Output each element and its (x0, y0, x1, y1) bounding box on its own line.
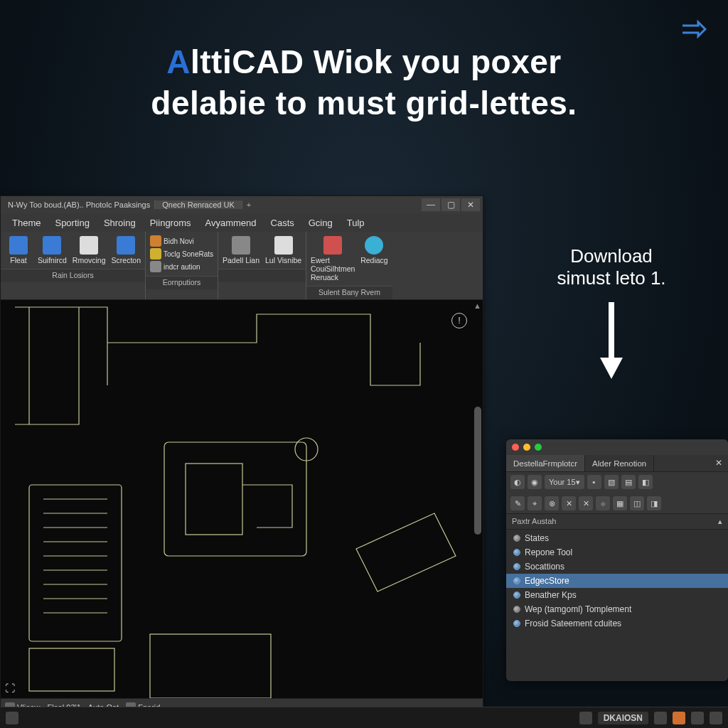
add-tab-button[interactable]: + (242, 200, 255, 209)
tab-alder[interactable]: Alder Renotion (585, 455, 654, 471)
ribbon-toclg[interactable]: Toclg SoneRats (147, 247, 216, 260)
list-item[interactable]: Frosid Sateement cduites (506, 616, 728, 631)
ribbon: Fleat Suifnircd Rmovcing Screcton Rain L… (1, 232, 483, 300)
next-arrow-icon[interactable] (681, 20, 707, 41)
panel-tabs: DestellaFrmplotcr Alder Renotion ✕ (506, 455, 728, 472)
taskbar-tray-b[interactable] (673, 712, 685, 724)
ribbon-rmovcing[interactable]: Rmovcing (70, 235, 109, 266)
taskbar-app-icon[interactable] (579, 712, 592, 724)
panel-window: DestellaFrmplotcr Alder Renotion ✕ ◐ ◉ Y… (506, 439, 728, 681)
vertical-scrollbar[interactable] (474, 407, 481, 535)
ribbon-ewert[interactable]: Ewert CouiSilhtmen Reruack (308, 235, 358, 283)
tool-globe-icon[interactable]: ◉ (528, 475, 542, 489)
headline: AlttiCAD Wiok you poxer delabie to must … (0, 43, 728, 122)
ribbon-group-label-1: Rain Losiors (1, 269, 145, 282)
ribbon-bidh-novi[interactable]: Bidh Novi (147, 235, 216, 247)
logo-text: lttiCAD (191, 43, 304, 80)
download-line2: simust leto 1. (540, 267, 682, 289)
tool-k[interactable]: ▦ (613, 496, 627, 510)
headline-line2: delabie to must grid-lettes. (0, 84, 728, 122)
panel-close-icon[interactable]: ✕ (710, 455, 728, 471)
toolbar-select[interactable]: Your 15 ▾ (545, 475, 584, 489)
taskbar-start-icon[interactable] (6, 712, 18, 724)
ribbon-fleat[interactable]: Fleat (2, 235, 35, 266)
maximize-button[interactable]: ▢ (441, 198, 460, 211)
download-callout: Download simust leto 1. (540, 245, 682, 385)
ribbon-indcr[interactable]: indcr aution (147, 260, 216, 273)
cad-window: N-Wy Too boud.(AB).. Photolc Paaksings Q… (0, 196, 483, 707)
list-item[interactable]: States (506, 531, 728, 545)
menu-casts[interactable]: Casts (264, 218, 301, 228)
ribbon-padell[interactable]: Padell Lian (220, 235, 262, 266)
close-button[interactable]: ✕ (461, 198, 480, 211)
menu-theme[interactable]: Theme (5, 218, 48, 228)
tool-m[interactable]: ◨ (647, 496, 661, 510)
tool-l[interactable]: ◫ (630, 496, 644, 510)
titlebar: N-Wy Too boud.(AB).. Photolc Paaksings Q… (1, 196, 483, 213)
taskbar-tray-a[interactable] (654, 712, 667, 724)
fullscreen-icon[interactable]: ⛶ (5, 682, 15, 694)
ribbon-rediacg[interactable]: Rediacg (358, 235, 391, 266)
tool-e[interactable]: ✎ (510, 496, 525, 510)
tool-i[interactable]: ✕ (579, 496, 593, 510)
svg-rect-3 (186, 464, 242, 535)
tool-j[interactable]: ⟐ (596, 496, 610, 510)
menu-shroing[interactable]: Shroing (97, 218, 143, 228)
minimize-button[interactable]: — (422, 198, 440, 211)
taskbar-tray-d[interactable] (710, 712, 722, 724)
panel-list: States Repone Tool Socattions EdgecStore… (506, 530, 728, 632)
ribbon-group-label-4: Sulent Bany Rvem (306, 286, 392, 299)
tool-nav-back[interactable]: ◐ (510, 475, 525, 489)
taskbar: DKAlOSN (0, 707, 728, 728)
tool-g[interactable]: ⊗ (545, 496, 559, 510)
menu-avyammend[interactable]: Avyammend (198, 218, 264, 228)
svg-rect-6 (150, 634, 271, 698)
arrow-down-icon (540, 302, 682, 385)
list-item[interactable]: Repone Tool (506, 545, 728, 560)
panel-section-head[interactable]: Paxtr Austah▴ (506, 514, 728, 530)
download-line1: Download (540, 245, 682, 267)
ribbon-lul[interactable]: ✓Lul Visnibe (262, 235, 304, 266)
tool-c[interactable]: ▤ (621, 475, 636, 489)
tool-d[interactable]: ◧ (638, 475, 653, 489)
tool-a[interactable]: ▪ (587, 475, 601, 489)
svg-rect-0 (609, 302, 614, 359)
ribbon-screcton[interactable]: Screcton (109, 235, 144, 266)
list-item-selected[interactable]: EdgecStore (506, 574, 728, 588)
mac-close-icon[interactable] (512, 444, 519, 451)
mac-titlebar (506, 439, 728, 455)
list-item[interactable]: Wep (tamgoml) Tomplement (506, 602, 728, 616)
tool-b[interactable]: ▧ (604, 475, 619, 489)
logo-mark: A (166, 43, 191, 80)
list-item[interactable]: Benather Kps (506, 588, 728, 602)
collapse-icon[interactable]: ▴ (718, 517, 722, 526)
menubar: Theme Sporting Shroing Piingroms Avyamme… (1, 213, 483, 232)
tool-h[interactable]: ✕ (562, 496, 576, 510)
drawing-canvas[interactable]: ▲ ! ⛶ (1, 300, 483, 698)
info-badge-icon[interactable]: ! (451, 313, 467, 328)
headline-line1: Wiok you poxer (304, 43, 561, 80)
taskbar-brand[interactable]: DKAlOSN (598, 712, 648, 724)
tab-destella[interactable]: DestellaFrmplotcr (506, 455, 585, 471)
svg-rect-5 (29, 648, 114, 691)
menu-sporting[interactable]: Sporting (48, 218, 96, 228)
ribbon-suifnircd[interactable]: Suifnircd (35, 235, 70, 266)
menu-tulp[interactable]: Tulp (340, 218, 372, 228)
svg-rect-1 (29, 485, 122, 641)
menu-piingroms[interactable]: Piingroms (143, 218, 198, 228)
taskbar-tray-c[interactable] (691, 712, 704, 724)
tool-f[interactable]: ⌖ (528, 496, 542, 510)
scroll-up-icon[interactable]: ▲ (473, 301, 481, 310)
menu-gcing[interactable]: Gcing (301, 218, 340, 228)
mac-minimize-icon[interactable] (523, 444, 530, 451)
ribbon-group-label-2: Eornputiors (146, 276, 218, 289)
mac-zoom-icon[interactable] (535, 444, 542, 451)
panel-toolbar: ◐ ◉ Your 15 ▾ ▪ ▧ ▤ ◧ ✎ ⌖ ⊗ ✕ ✕ ⟐ ▦ ◫ ◨ (506, 472, 728, 514)
document-tab[interactable]: Qnech Renraced UK (155, 200, 242, 209)
ribbon-group-label-3 (218, 269, 306, 282)
window-title: N-Wy Too boud.(AB).. Photolc Paaksings (4, 200, 155, 209)
list-item[interactable]: Socattions (506, 560, 728, 574)
